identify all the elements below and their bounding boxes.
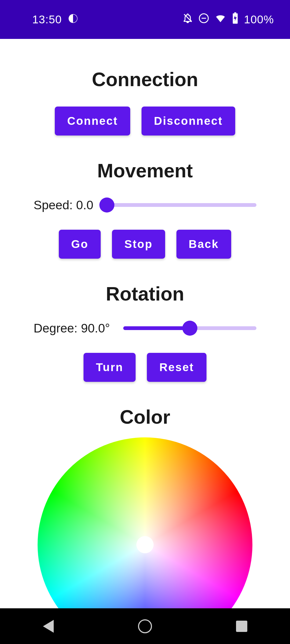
system-nav-bar (0, 608, 290, 644)
rotation-title: Rotation (0, 283, 290, 305)
go-button[interactable]: Go (59, 230, 101, 259)
nav-back-button[interactable] (40, 618, 56, 634)
stop-button[interactable]: Stop (112, 230, 165, 259)
movement-section: Movement Speed: 0.0 Go Stop Back (0, 160, 290, 259)
battery-percent: 100% (244, 13, 274, 26)
connection-section: Connection Connect Disconnect (0, 68, 290, 136)
degree-label: Degree: 90.0° (34, 321, 110, 335)
app-content: Connection Connect Disconnect Movement S… (0, 39, 290, 608)
status-time: 13:50 (32, 13, 62, 26)
degree-slider-thumb[interactable] (182, 321, 197, 336)
battery-icon (232, 12, 239, 27)
color-wheel[interactable] (38, 437, 252, 608)
rotation-section: Rotation Degree: 90.0° Turn Reset (0, 283, 290, 382)
nav-recent-button[interactable] (234, 618, 250, 634)
wifi-icon (215, 12, 226, 27)
notification-icon (68, 13, 78, 26)
speed-slider[interactable] (107, 203, 256, 207)
color-section: Color (0, 406, 290, 608)
svg-rect-4 (234, 12, 236, 13)
nav-home-button[interactable] (137, 618, 153, 634)
color-title: Color (0, 406, 290, 428)
dnd-icon (198, 13, 209, 26)
movement-title: Movement (0, 160, 290, 182)
mute-icon (182, 13, 193, 26)
degree-slider[interactable] (123, 326, 256, 330)
speed-label: Speed: 0.0 (34, 198, 93, 212)
connection-title: Connection (0, 68, 290, 90)
color-wheel-handle[interactable] (136, 536, 154, 553)
reset-button[interactable]: Reset (147, 353, 206, 382)
connect-button[interactable]: Connect (55, 107, 130, 136)
degree-slider-fill (123, 326, 190, 330)
disconnect-button[interactable]: Disconnect (142, 107, 235, 136)
speed-slider-thumb[interactable] (99, 197, 114, 213)
status-bar: 13:50 100% (0, 0, 290, 39)
turn-button[interactable]: Turn (84, 353, 136, 382)
back-button[interactable]: Back (176, 230, 231, 259)
